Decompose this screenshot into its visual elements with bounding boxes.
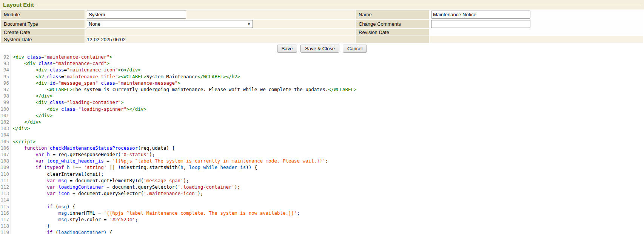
code-token: msg <box>58 178 67 183</box>
layout-edit-form: Module Name Document Type None ▼ Change … <box>0 9 644 43</box>
code-token <box>13 178 47 183</box>
code-token: </div> <box>35 93 52 99</box>
code-line[interactable]: clearInterval(cmsi); <box>13 171 644 177</box>
code-token: function <box>24 145 47 151</box>
code-line[interactable]: <div class="maintenance-icon">⚙</div> <box>13 67 644 73</box>
code-token: .innerHTML = <box>67 210 104 216</box>
code-line[interactable]: var h = req.getResponseHeader('X-status'… <box>13 151 644 158</box>
system-date-label: System Date <box>1 36 85 43</box>
code-line[interactable]: <script> <box>13 138 644 145</box>
code-token <box>58 106 61 112</box>
code-token: 'string' <box>84 164 106 170</box>
code-token: '#2c5234' <box>109 217 135 222</box>
code-line[interactable]: if (msg) { <box>13 203 644 210</box>
code-line[interactable]: msg.innerHTML = '{{%pjs ^label Maintenan… <box>13 210 644 216</box>
code-line[interactable] <box>13 132 644 138</box>
line-number: 118 <box>0 223 9 229</box>
code-token: if <box>47 229 52 234</box>
code-line[interactable]: if (typeof h !== 'string' || !miestring.… <box>13 164 644 170</box>
module-label: Module <box>1 10 85 19</box>
code-line[interactable]: function checkMaintenanceStatusProcessor… <box>13 145 644 151</box>
line-number: 94 <box>0 67 9 73</box>
save-button[interactable]: Save <box>277 45 297 53</box>
code-token: = <box>61 74 64 79</box>
code-line[interactable]: var loadingContainer = document.querySel… <box>13 184 644 190</box>
code-line[interactable]: } <box>13 223 644 229</box>
module-input[interactable] <box>87 11 186 19</box>
code-token: The system is currently undergoing maint… <box>72 87 328 92</box>
code-line[interactable]: var msg = document.getElementById('messa… <box>13 177 644 184</box>
code-token: = document.getElementById( <box>67 178 143 183</box>
code-token: = <box>64 99 67 105</box>
code-token <box>13 113 35 118</box>
code-token: "loading-container" <box>67 99 121 105</box>
code-token: h <box>180 164 183 170</box>
code-token: > <box>109 54 112 60</box>
save-and-close-button[interactable]: Save & Close <box>300 45 339 53</box>
code-token: = <box>75 106 79 112</box>
code-line[interactable]: msg.style.color = '#2c5234'; <box>13 216 644 223</box>
code-token <box>47 80 50 86</box>
cancel-button[interactable]: Cancel <box>343 45 367 53</box>
code-token: <WCLABEL> <box>47 87 72 92</box>
code-line[interactable]: </div> <box>13 119 644 125</box>
code-token <box>13 87 47 92</box>
code-token <box>35 60 39 66</box>
code-token: var <box>47 184 55 190</box>
line-number: 102 <box>0 119 9 125</box>
line-number: 103 <box>0 125 9 132</box>
code-token: "message_span" <box>58 80 98 86</box>
code-line[interactable]: if (loadingContainer) { <box>13 229 644 234</box>
code-line[interactable]: <div id="message_span" class="maintenanc… <box>13 80 644 86</box>
code-token: </div> <box>124 67 141 73</box>
code-token: id <box>50 80 55 86</box>
code-token: if <box>35 164 41 170</box>
revision-date-value <box>430 29 643 36</box>
code-token: ( <box>41 164 47 170</box>
document-type-select[interactable]: None ▼ <box>87 20 253 28</box>
code-token: checkMaintenanceStatusProcessor <box>50 145 138 151</box>
code-line[interactable]: <WCLABEL>The system is currently undergo… <box>13 86 644 93</box>
code-line[interactable]: </div> <box>13 112 644 119</box>
code-token: loop_while_header_is <box>189 164 246 170</box>
code-token <box>13 217 58 222</box>
line-number: 101 <box>0 112 9 119</box>
code-token: } <box>13 223 50 229</box>
line-number: 109 <box>0 164 9 170</box>
code-line[interactable]: var icon = document.querySelector('.main… <box>13 190 644 197</box>
code-line[interactable]: <h2 class="maintenance-title"><WCLABEL>S… <box>13 73 644 80</box>
code-token: System Maintenance <box>146 74 197 79</box>
code-token: h <box>67 164 70 170</box>
change-comments-input[interactable] <box>431 20 530 28</box>
code-line[interactable]: <div class="maintenance-card"> <box>13 60 644 67</box>
code-line[interactable]: <div class="maintenance-container"> <box>13 54 644 60</box>
code-token: msg <box>58 204 67 209</box>
code-token: loadingContainer <box>58 229 103 234</box>
code-token: <div <box>35 67 47 73</box>
code-token: var <box>35 152 44 157</box>
code-line[interactable]: </div> <box>13 93 644 99</box>
code-token <box>47 99 50 105</box>
code-line[interactable]: </div> <box>13 125 644 132</box>
code-token <box>64 164 67 170</box>
header-rule <box>37 5 642 5</box>
code-line[interactable] <box>13 197 644 203</box>
code-token: = <box>115 80 118 86</box>
code-token: > <box>118 67 121 73</box>
code-token: )) { <box>246 164 257 170</box>
code-token <box>24 54 27 60</box>
code-token: class <box>101 80 115 86</box>
code-line[interactable]: <div class="loading-container"> <box>13 99 644 105</box>
code-lines[interactable]: <div class="maintenance-container"> <div… <box>11 54 644 234</box>
code-line[interactable]: <div class="loading-spinner"></div> <box>13 106 644 112</box>
name-input[interactable] <box>431 11 530 19</box>
code-line[interactable]: var loop_while_header_is = '{{%pjs ^labe… <box>13 158 644 164</box>
code-editor[interactable]: 9293949596979899100101102103104105106107… <box>0 54 644 234</box>
code-token: = req.getResponseHeader( <box>50 152 121 157</box>
line-number: 113 <box>0 190 9 197</box>
document-type-label: Document Type <box>1 20 85 28</box>
line-number: 116 <box>0 210 9 216</box>
line-number: 107 <box>0 151 9 158</box>
code-token: !== <box>70 164 84 170</box>
code-token: </WCLABEL> <box>328 87 356 92</box>
